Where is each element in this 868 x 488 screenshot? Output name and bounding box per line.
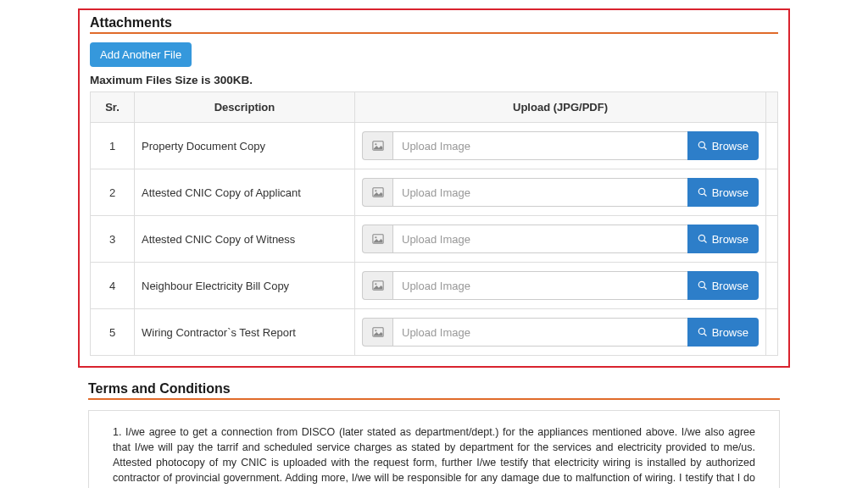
- upload-input[interactable]: [392, 178, 687, 207]
- table-row: 1 Property Document Copy Browse: [91, 123, 778, 169]
- table-row: 5 Wiring Contractor`s Test Report Browse: [91, 309, 778, 356]
- upload-input[interactable]: [392, 271, 687, 300]
- th-tail: [766, 92, 778, 123]
- upload-input[interactable]: [392, 225, 687, 253]
- cell-description: Wiring Contractor`s Test Report: [135, 309, 355, 356]
- add-another-file-button[interactable]: Add Another File: [90, 42, 192, 67]
- cell-sr: 5: [91, 309, 135, 356]
- cell-tail: [766, 309, 778, 356]
- attachments-table: Sr. Description Upload (JPG/PDF) 1 Prope…: [90, 92, 778, 356]
- search-icon: [698, 187, 708, 197]
- th-sr: Sr.: [91, 92, 135, 123]
- th-upload: Upload (JPG/PDF): [355, 92, 766, 123]
- upload-input[interactable]: [392, 318, 687, 347]
- cell-description: Attested CNIC Copy of Witness: [135, 216, 355, 263]
- browse-button[interactable]: Browse: [687, 131, 759, 160]
- browse-button[interactable]: Browse: [687, 318, 759, 347]
- image-icon: [362, 131, 392, 160]
- cell-upload: Browse: [355, 169, 766, 216]
- terms-para1: 1. I/we agree to get a connection from D…: [113, 424, 755, 488]
- image-icon: [362, 178, 392, 207]
- cell-description: Neighbour Electricity Bill Copy: [135, 263, 355, 309]
- table-row: 2 Attested CNIC Copy of Applicant Browse: [91, 169, 778, 216]
- browse-button[interactable]: Browse: [687, 178, 759, 207]
- cell-tail: [766, 263, 778, 309]
- search-icon: [698, 280, 708, 291]
- svg-point-5: [375, 236, 376, 238]
- search-icon: [698, 141, 708, 151]
- image-icon: [362, 318, 392, 347]
- cell-description: Attested CNIC Copy of Applicant: [135, 169, 355, 216]
- table-row: 3 Attested CNIC Copy of Witness Browse: [91, 216, 778, 263]
- svg-point-1: [375, 143, 376, 145]
- cell-tail: [766, 123, 778, 169]
- image-icon: [362, 225, 392, 253]
- cell-sr: 2: [91, 169, 135, 216]
- search-icon: [698, 327, 708, 337]
- svg-point-7: [375, 283, 376, 285]
- cell-upload: Browse: [355, 309, 766, 356]
- svg-point-9: [375, 330, 376, 331]
- search-icon: [698, 234, 708, 244]
- table-row: 4 Neighbour Electricity Bill Copy Browse: [91, 263, 778, 309]
- cell-tail: [766, 169, 778, 216]
- cell-sr: 1: [91, 123, 135, 169]
- cell-upload: Browse: [355, 123, 766, 169]
- terms-box: 1. I/we agree to get a connection from D…: [88, 410, 780, 488]
- attachments-title: Attachments: [90, 15, 778, 34]
- cell-tail: [766, 216, 778, 263]
- browse-button[interactable]: Browse: [687, 271, 759, 300]
- cell-sr: 4: [91, 263, 135, 309]
- max-size-note: Maximum Files Size is 300KB.: [90, 74, 778, 86]
- browse-button[interactable]: Browse: [687, 225, 759, 253]
- terms-title: Terms and Conditions: [88, 381, 780, 400]
- cell-sr: 3: [91, 216, 135, 263]
- cell-upload: Browse: [355, 216, 766, 263]
- svg-point-3: [375, 190, 376, 191]
- image-icon: [362, 271, 392, 300]
- th-description: Description: [135, 92, 355, 123]
- cell-upload: Browse: [355, 263, 766, 309]
- cell-description: Property Document Copy: [135, 123, 355, 169]
- upload-input[interactable]: [392, 131, 687, 160]
